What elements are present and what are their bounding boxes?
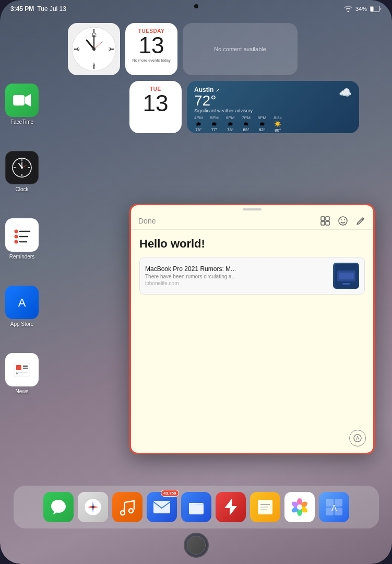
svg-rect-15 (13, 95, 25, 105)
notes-link-desc: There have been rumors circulating a... (145, 274, 328, 279)
app-reminders[interactable]: Reminders (5, 218, 39, 260)
svg-rect-49 (339, 273, 354, 279)
svg-text:A: A (331, 504, 337, 513)
notes-content: Hello world! MacBook Pro 2021 Rumors: M.… (131, 230, 373, 453)
calendar-small-widget[interactable]: TUESDAY 13 No more events today (125, 23, 177, 75)
svg-rect-41 (321, 221, 325, 225)
weather-hour-2: 5PM 🌧 77° (210, 115, 218, 133)
notes-popup[interactable]: Done (129, 204, 375, 454)
camera-dot (194, 4, 198, 8)
dock: 43,759 (14, 486, 379, 528)
notes-bottom-circle-icon[interactable]: A (349, 430, 366, 446)
dock-files[interactable] (181, 492, 211, 522)
svg-point-72 (297, 504, 302, 510)
cal-small-events: No more events today (132, 58, 170, 63)
notes-link-thumbnail (333, 263, 359, 289)
svg-point-58 (92, 506, 94, 508)
dock-notes[interactable] (250, 492, 280, 522)
notes-link-domain: iphonelife.com (145, 280, 328, 286)
notes-done-button[interactable]: Done (138, 217, 156, 225)
dock-messages[interactable] (43, 492, 74, 522)
app-clock-icon (5, 151, 39, 184)
weather-cloud-icon: ☁️ (339, 87, 352, 98)
notes-emoji-icon[interactable] (338, 216, 348, 226)
mail-badge: 43,759 (161, 490, 179, 497)
battery-icon (370, 6, 382, 12)
svg-point-59 (129, 509, 133, 513)
app-appstore-label: App Store (10, 321, 33, 327)
notes-edit-icon[interactable] (355, 216, 366, 226)
app-clock-label: Clock (15, 186, 28, 192)
svg-point-44 (341, 219, 342, 220)
blank-widget: No content available (183, 23, 298, 75)
second-widgets-row: TUE 13 Austin ↗ 72° ☁️ Significant weath… (129, 81, 359, 133)
weather-widget[interactable]: Austin ↗ 72° ☁️ Significant weather advi… (187, 81, 359, 133)
weather-temp: 72° (194, 93, 220, 108)
status-date: Tue Jul 13 (37, 5, 66, 13)
svg-rect-1 (371, 7, 374, 11)
app-news-icon: N (5, 353, 39, 386)
app-clock[interactable]: Clock (5, 151, 39, 192)
dock-mail[interactable]: 43,759 (147, 492, 177, 522)
svg-point-28 (15, 240, 18, 244)
app-facetime[interactable]: FaceTime (5, 84, 39, 125)
clock-widget[interactable]: 12 3 6 9 (68, 23, 120, 75)
home-button[interactable] (184, 533, 209, 558)
notes-link-preview[interactable]: MacBook Pro 2021 Rumors: M... There have… (139, 257, 365, 295)
notes-toolbar-icons (320, 216, 366, 226)
weather-advisory: Significant weather advisory (194, 108, 352, 113)
notes-grid-icon[interactable] (320, 216, 330, 226)
svg-point-27 (15, 235, 18, 239)
svg-marker-16 (25, 94, 31, 107)
svg-text:A: A (18, 296, 26, 309)
svg-rect-39 (321, 217, 325, 220)
svg-text:9: 9 (77, 46, 79, 52)
app-appstore-icon: A (5, 286, 39, 319)
weather-hour-1: 4PM 🌧 75° (194, 115, 203, 133)
svg-point-25 (21, 167, 23, 169)
weather-arrow: ↗ (216, 87, 220, 93)
weather-hour-5: 8PM 🌧 82° (258, 115, 266, 133)
dock-safari[interactable] (78, 492, 108, 522)
dock-appstore[interactable]: A (319, 492, 349, 522)
weather-hour-4: 7PM 🌧 85° (242, 115, 250, 133)
svg-rect-40 (326, 217, 329, 220)
svg-point-26 (15, 230, 18, 233)
app-appstore[interactable]: A App Store (5, 286, 39, 327)
calendar-medium-widget[interactable]: TUE 13 (129, 81, 182, 133)
status-time: 3:45 PM (10, 5, 34, 13)
app-icons-left: FaceTime Clock (5, 84, 39, 394)
svg-text:3: 3 (108, 46, 111, 52)
cal-med-day-number: 13 (143, 92, 169, 115)
no-content-label: No content available (214, 46, 266, 52)
app-reminders-label: Reminders (9, 254, 34, 260)
status-bar: 3:45 PM Tue Jul 13 34% (0, 0, 392, 18)
notes-link-text: MacBook Pro 2021 Rumors: M... There have… (145, 265, 328, 286)
cal-small-day-number: 13 (139, 34, 164, 57)
svg-rect-60 (153, 501, 170, 513)
svg-point-43 (339, 217, 347, 225)
svg-rect-50 (342, 283, 350, 285)
svg-rect-42 (326, 221, 329, 225)
notes-title: Hello world! (139, 237, 365, 251)
svg-point-45 (344, 219, 345, 220)
dock-photos[interactable] (284, 492, 315, 522)
battery-percentage: 34% (355, 6, 367, 12)
ipad-frame: 3:45 PM Tue Jul 13 34% (0, 0, 392, 564)
app-facetime-icon (5, 84, 39, 117)
wifi-icon (344, 6, 352, 12)
svg-point-14 (92, 48, 96, 51)
weather-hour-6: 8:34 ☀️ 80° (274, 115, 282, 133)
dock-music[interactable] (112, 492, 142, 522)
dock-spark[interactable] (216, 492, 246, 522)
svg-rect-34 (16, 365, 21, 370)
app-reminders-icon (5, 218, 39, 252)
app-facetime-label: FaceTime (10, 119, 33, 125)
app-news[interactable]: N News (5, 353, 39, 394)
notes-link-title: MacBook Pro 2021 Rumors: M... (145, 265, 328, 273)
svg-line-46 (362, 219, 363, 220)
top-widgets-row: 12 3 6 9 TUESDAY 13 No more events today (68, 23, 298, 75)
app-news-label: News (15, 389, 28, 394)
svg-text:6: 6 (92, 62, 95, 67)
analog-clock-face: 12 3 6 9 (71, 26, 117, 72)
